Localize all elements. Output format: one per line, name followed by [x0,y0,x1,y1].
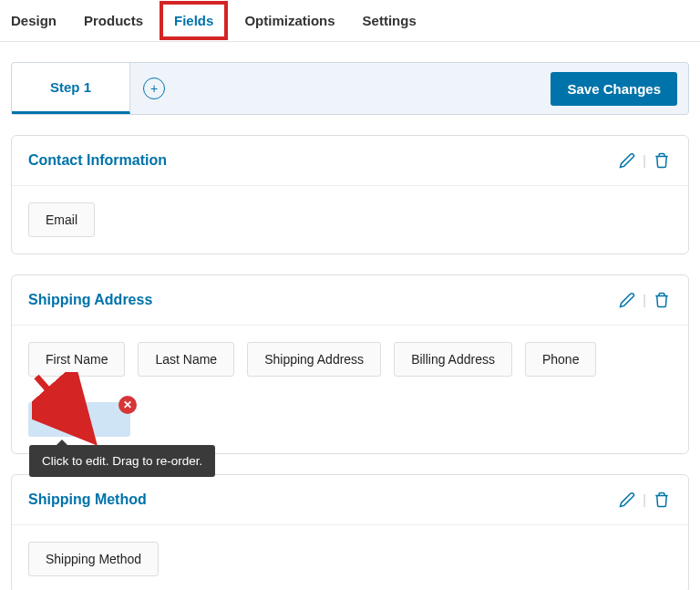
section-title: Shipping Method [28,492,617,508]
step-bar: Step 1 + Save Changes [11,62,689,115]
add-step-button[interactable]: + [143,78,165,99]
section-body: Shipping Method [12,525,688,590]
content-area: Step 1 + Save Changes Contact Informatio… [0,62,700,590]
main-tabs-nav: Design Products Fields Optimizations Set… [0,0,700,42]
separator: | [643,153,646,168]
separator: | [643,492,646,507]
field-chip-phone[interactable]: Phone [525,342,596,377]
plus-icon: + [150,81,158,96]
tab-fields[interactable]: Fields [160,1,228,40]
field-chip-shipping-method[interactable]: Shipping Method [28,542,159,576]
section-title: Shipping Address [28,292,617,308]
section-actions: | [617,150,672,171]
section-header: Shipping Address | [12,275,688,326]
field-chip-email[interactable]: Email [28,202,95,237]
pencil-icon [619,152,635,169]
section-actions: | [617,490,672,510]
tab-products[interactable]: Products [84,13,143,28]
section-actions: | [617,290,672,310]
section-contact-information: Contact Information | Email [11,135,689,254]
edit-section-button[interactable] [617,490,637,510]
tab-optimizations[interactable]: Optimizations [244,13,335,28]
pencil-icon [619,292,635,308]
section-shipping-method: Shipping Method | Shipping Method [11,474,689,590]
field-chip-first-name[interactable]: First Name [28,342,125,377]
field-chip-billing-address[interactable]: Billing Address [394,342,512,377]
tooltip: Click to edit. Drag to re-order. [29,445,215,477]
edit-section-button[interactable] [617,150,637,171]
trash-icon [654,152,670,169]
edit-section-button[interactable] [617,290,637,310]
section-shipping-address: Shipping Address | First Name Last Name … [11,274,689,454]
trash-icon [654,292,670,308]
remove-field-button[interactable]: ✕ [118,396,137,414]
step-tab-1[interactable]: Step 1 [12,63,130,114]
section-body: First Name Last Name Shipping Address Bi… [12,326,688,453]
section-body: Email [12,186,688,254]
pencil-icon [75,412,89,430]
separator: | [643,293,646,307]
save-changes-button[interactable]: Save Changes [551,72,677,106]
field-chip-highlighted[interactable]: mber ✕ Click to edit. Drag to re-order. [28,402,130,437]
section-header: Shipping Method | [12,475,688,525]
field-chip-shipping-address[interactable]: Shipping Address [247,342,381,377]
tab-design[interactable]: Design [11,13,57,28]
field-chip-last-name[interactable]: Last Name [138,342,234,377]
section-header: Contact Information | [12,136,688,186]
delete-section-button[interactable] [652,290,672,310]
pencil-icon [619,492,635,508]
trash-icon [654,492,670,508]
section-title: Contact Information [28,152,617,169]
delete-section-button[interactable] [652,150,672,171]
delete-section-button[interactable] [652,490,672,510]
tab-settings[interactable]: Settings [363,13,417,28]
